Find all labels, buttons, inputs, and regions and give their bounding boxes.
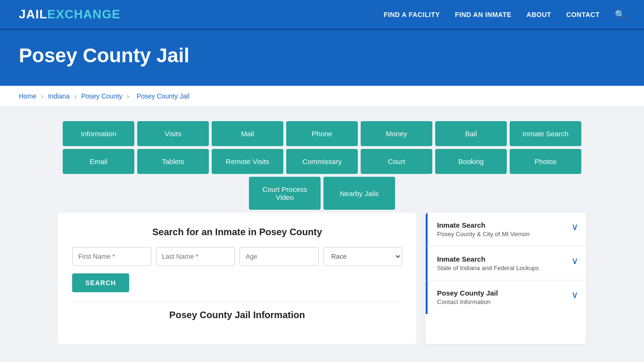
btn-court[interactable]: Court	[361, 149, 432, 174]
btn-email[interactable]: Email	[63, 149, 134, 174]
hero-section: Posey County Jail	[0, 30, 644, 86]
btn-nearby-jails[interactable]: Nearby Jails	[323, 177, 395, 210]
btn-commissary[interactable]: Commissary	[286, 149, 358, 174]
sidebar-item-inmate-local[interactable]: Inmate Search Posey County & City of Mt …	[426, 213, 586, 247]
main-nav: FIND A FACILITY FIND AN INMATE ABOUT CON…	[384, 9, 625, 20]
breadcrumb-sep-3: ›	[127, 92, 131, 100]
sidebar-item-header-state: Inmate Search State of Indiana and Feder…	[437, 255, 578, 272]
main-content: Information Visits Mail Phone Money Bail…	[0, 107, 644, 358]
last-name-input[interactable]	[156, 247, 235, 266]
age-input[interactable]	[239, 247, 319, 266]
search-title: Search for an Inmate in Posey County	[72, 227, 402, 238]
btn-visits[interactable]: Visits	[137, 121, 209, 146]
first-name-input[interactable]	[72, 247, 151, 266]
sidebar-item-subtitle-state: State of Indiana and Federal Lockups	[437, 264, 539, 272]
search-fields: Race White Black Hispanic Asian Other	[72, 247, 402, 266]
nav-find-inmate[interactable]: FIND AN INMATE	[455, 11, 512, 18]
sidebar-item-content-contact: Posey County Jail Contact Information	[437, 289, 498, 305]
btn-tablets[interactable]: Tablets	[137, 149, 209, 174]
breadcrumb-sep-1: ›	[41, 92, 45, 100]
chevron-down-icon-state: ∨	[571, 255, 578, 266]
btn-phone[interactable]: Phone	[286, 121, 358, 146]
button-row-1: Information Visits Mail Phone Money Bail…	[58, 121, 586, 146]
sidebar: Inmate Search Posey County & City of Mt …	[426, 213, 586, 344]
sidebar-item-header-contact: Posey County Jail Contact Information ∨	[437, 289, 578, 305]
logo-exchange: EXCHANGE	[47, 7, 120, 22]
btn-bail[interactable]: Bail	[435, 121, 507, 146]
btn-mail[interactable]: Mail	[212, 121, 283, 146]
search-icon[interactable]: 🔍	[615, 9, 625, 20]
sidebar-item-header-local: Inmate Search Posey County & City of Mt …	[437, 221, 578, 238]
sidebar-item-title-local: Inmate Search	[437, 221, 530, 229]
button-row-2: Email Tablets Remote Visits Commissary C…	[58, 149, 586, 174]
btn-booking[interactable]: Booking	[435, 149, 507, 174]
logo-jail: JAIL	[19, 7, 47, 22]
btn-court-video[interactable]: Court Process Video	[249, 177, 321, 210]
chevron-down-icon-local: ∨	[571, 221, 578, 232]
logo[interactable]: JAILEXCHANGE	[19, 7, 121, 22]
race-select[interactable]: Race White Black Hispanic Asian Other	[323, 247, 403, 266]
btn-photos[interactable]: Photos	[510, 149, 581, 174]
sidebar-item-title-contact: Posey County Jail	[437, 289, 498, 297]
btn-remote-visits[interactable]: Remote Visits	[212, 149, 283, 174]
breadcrumb: Home › Indiana › Posey County › Posey Co…	[0, 86, 644, 107]
btn-information[interactable]: Information	[63, 121, 134, 146]
search-button[interactable]: SEARCH	[72, 273, 129, 292]
breadcrumb-home[interactable]: Home	[19, 92, 36, 100]
nav-find-facility[interactable]: FIND A FACILITY	[384, 11, 440, 18]
lower-section: Search for an Inmate in Posey County Rac…	[58, 213, 586, 344]
btn-inmate-search[interactable]: Inmate Search	[510, 121, 581, 146]
button-row-3: Court Process Video Nearby Jails	[58, 177, 586, 210]
breadcrumb-posey-county[interactable]: Posey County	[81, 92, 122, 100]
header: JAILEXCHANGE FIND A FACILITY FIND AN INM…	[0, 0, 644, 30]
sidebar-item-content-state: Inmate Search State of Indiana and Feder…	[437, 255, 539, 272]
nav-contact[interactable]: CONTACT	[566, 11, 600, 18]
sidebar-item-inmate-state[interactable]: Inmate Search State of Indiana and Feder…	[426, 247, 586, 280]
breadcrumb-indiana[interactable]: Indiana	[48, 92, 70, 100]
sidebar-item-contact[interactable]: Posey County Jail Contact Information ∨	[426, 280, 586, 314]
page-title: Posey County Jail	[19, 44, 625, 67]
sidebar-item-subtitle-contact: Contact Information	[437, 298, 498, 305]
sidebar-item-content-local: Inmate Search Posey County & City of Mt …	[437, 221, 530, 238]
nav-about[interactable]: ABOUT	[527, 11, 551, 18]
section-title: Posey County Jail Information	[72, 302, 402, 321]
btn-money[interactable]: Money	[361, 121, 432, 146]
search-panel: Search for an Inmate in Posey County Rac…	[58, 213, 416, 344]
sidebar-item-subtitle-local: Posey County & City of Mt Vernon	[437, 230, 530, 238]
chevron-down-icon-contact: ∨	[571, 289, 578, 300]
sidebar-item-title-state: Inmate Search	[437, 255, 539, 263]
breadcrumb-sep-2: ›	[74, 92, 79, 100]
breadcrumb-current: Posey County Jail	[137, 92, 190, 100]
